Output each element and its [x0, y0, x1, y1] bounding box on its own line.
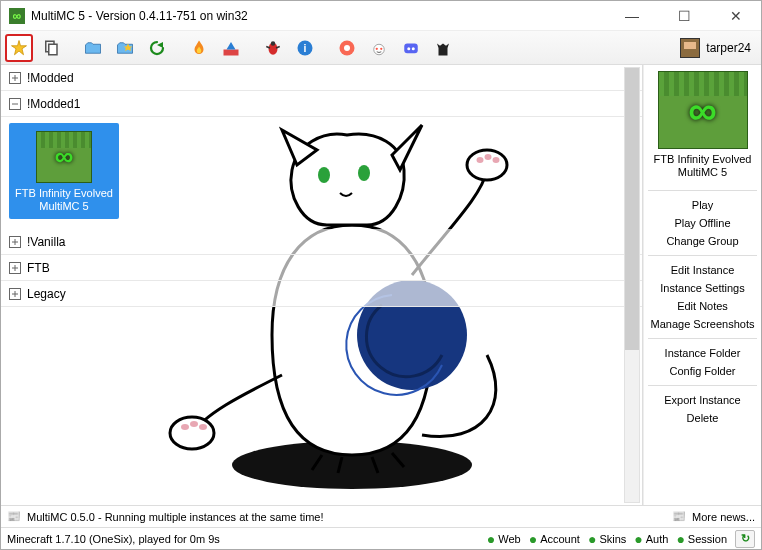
scrollbar[interactable]: [624, 67, 640, 503]
status-refresh-button[interactable]: ↻: [735, 530, 755, 548]
info-button[interactable]: i: [291, 34, 319, 62]
change-group-button[interactable]: Change Group: [648, 233, 757, 249]
news-more-icon: 📰: [672, 510, 686, 523]
user-account-button[interactable]: tarper24: [674, 38, 757, 58]
window-title: MultiMC 5 - Version 0.4.11-751 on win32: [31, 9, 615, 23]
expand-icon: [9, 72, 21, 84]
svg-point-26: [199, 424, 207, 430]
instance-label: FTB Infinity Evolved MultiMC 5: [11, 187, 117, 213]
svg-point-25: [190, 421, 198, 427]
status-skins: ●Skins: [588, 531, 626, 547]
svg-marker-6: [157, 42, 163, 48]
instance-card-selected[interactable]: FTB Infinity Evolved MultiMC 5: [9, 123, 119, 219]
toolbar: i tarper24: [1, 31, 761, 65]
instance-icon: [36, 131, 92, 183]
group-label: !Modded: [27, 71, 74, 85]
avatar-icon: [680, 38, 700, 58]
edit-instance-button[interactable]: Edit Instance: [648, 262, 757, 278]
scrollbar-thumb[interactable]: [625, 68, 639, 350]
status-web: ●Web: [487, 531, 521, 547]
refresh-button[interactable]: [143, 34, 171, 62]
expand-icon: [9, 288, 21, 300]
group-header[interactable]: !Modded1: [1, 91, 642, 117]
svg-rect-19: [404, 43, 418, 53]
app-icon: ∞: [9, 8, 25, 24]
svg-point-24: [181, 424, 189, 430]
titlebar: ∞ MultiMC 5 - Version 0.4.11-751 on win3…: [1, 1, 761, 31]
close-button[interactable]: ✕: [719, 8, 753, 24]
side-panel: FTB Infinity Evolved MultiMC 5 Play Play…: [643, 65, 761, 505]
ok-icon: ●: [588, 531, 596, 547]
selected-instance-icon: [658, 71, 748, 149]
svg-point-20: [407, 47, 410, 50]
group-header[interactable]: !Modded: [1, 65, 642, 91]
new-instance-button[interactable]: [5, 34, 33, 62]
svg-point-15: [344, 45, 350, 51]
expand-icon: [9, 236, 21, 248]
group-label: Legacy: [27, 287, 66, 301]
copy-instance-button[interactable]: [37, 34, 65, 62]
instance-list: !Modded !Modded1 FTB Infinity Evolved Mu…: [1, 65, 643, 505]
collapse-icon: [9, 98, 21, 110]
manage-screenshots-button[interactable]: Manage Screenshots: [648, 316, 757, 332]
svg-rect-7: [224, 49, 239, 55]
delete-button[interactable]: Delete: [648, 410, 757, 426]
patreon-button[interactable]: [333, 34, 361, 62]
svg-marker-2: [12, 40, 27, 54]
status-account: ●Account: [529, 531, 580, 547]
selected-instance-title: FTB Infinity Evolved MultiMC 5: [648, 151, 757, 184]
more-news-link[interactable]: More news...: [692, 511, 755, 523]
status-text: Minecraft 1.7.10 (OneSix), played for 0m…: [7, 533, 220, 545]
ok-icon: ●: [487, 531, 495, 547]
maximize-button[interactable]: ☐: [667, 8, 701, 24]
edit-notes-button[interactable]: Edit Notes: [648, 298, 757, 314]
status-bar: Minecraft 1.7.10 (OneSix), played for 0m…: [1, 527, 761, 549]
news-text: MultiMC 0.5.0 - Running multiple instanc…: [27, 511, 324, 523]
reddit-button[interactable]: [365, 34, 393, 62]
user-name: tarper24: [706, 41, 751, 55]
svg-point-9: [271, 41, 276, 46]
group-header[interactable]: FTB: [1, 255, 642, 281]
flame-button[interactable]: [185, 34, 213, 62]
group-label: FTB: [27, 261, 50, 275]
group-header[interactable]: !Vanilla: [1, 229, 642, 255]
bug-button[interactable]: [259, 34, 287, 62]
svg-point-18: [380, 47, 382, 49]
svg-point-17: [376, 47, 378, 49]
svg-text:i: i: [304, 41, 307, 53]
play-offline-button[interactable]: Play Offline: [648, 215, 757, 231]
minimize-button[interactable]: —: [615, 8, 649, 24]
svg-point-23: [170, 417, 214, 449]
ok-icon: ●: [529, 531, 537, 547]
group-header[interactable]: Legacy: [1, 281, 642, 307]
svg-point-16: [374, 44, 385, 55]
ok-icon: ●: [634, 531, 642, 547]
group-label: !Vanilla: [27, 235, 65, 249]
svg-text:∞: ∞: [13, 9, 22, 23]
instance-settings-button[interactable]: Instance Settings: [648, 280, 757, 296]
cat-button[interactable]: [429, 34, 457, 62]
config-button[interactable]: [217, 34, 245, 62]
group-label: !Modded1: [27, 97, 80, 111]
discord-button[interactable]: [397, 34, 425, 62]
svg-rect-4: [49, 44, 57, 55]
svg-point-22: [232, 441, 472, 489]
export-instance-button[interactable]: Export Instance: [648, 392, 757, 408]
expand-icon: [9, 262, 21, 274]
play-button[interactable]: Play: [648, 197, 757, 213]
config-folder-button[interactable]: Config Folder: [648, 363, 757, 379]
open-folder-button[interactable]: [79, 34, 107, 62]
news-bar: 📰 MultiMC 0.5.0 - Running multiple insta…: [1, 505, 761, 527]
svg-point-21: [412, 47, 415, 50]
news-icon: 📰: [7, 510, 21, 523]
ok-icon: ●: [676, 531, 684, 547]
instance-folder-button[interactable]: Instance Folder: [648, 345, 757, 361]
status-session: ●Session: [676, 531, 727, 547]
status-auth: ●Auth: [634, 531, 668, 547]
mod-folder-button[interactable]: [111, 34, 139, 62]
